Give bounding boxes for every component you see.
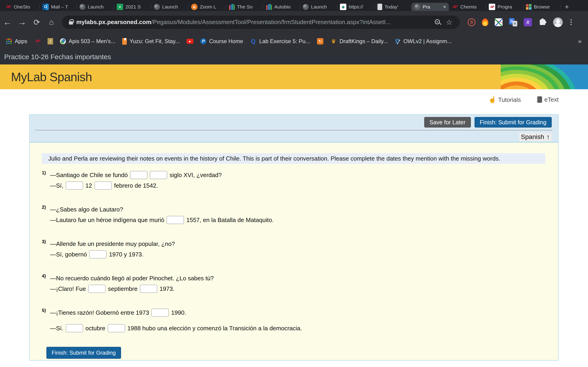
answer-input[interactable] [88,285,106,293]
back-icon[interactable]: ← [0,17,15,27]
bookmark-item[interactable]: J [48,38,53,44]
question-text: —No recuerdo cuándo llegó al poder Pinoc… [50,275,214,282]
ap-icon: AP [451,4,458,10]
browser-tab[interactable]: Autobio [263,3,300,11]
question-text: —Sí, [50,182,63,189]
reload-icon[interactable]: ⟳ [29,18,44,27]
answer-input[interactable] [166,216,184,224]
question-text: —Lautaro fue un héroe indígena que murió [50,217,164,224]
question-2: 2) —¿Sabes algo de Lautaro? —Lautaro fue… [42,204,545,225]
browser-tab[interactable]: Launch [300,3,337,11]
chart-doc-extension-icon[interactable] [495,18,502,26]
save-for-later-button[interactable]: Save for Later [424,117,471,127]
answer-input[interactable] [95,181,112,190]
browser-tab[interactable]: ◆ https:// [337,3,374,11]
hola-flame-extension-icon[interactable] [482,18,488,26]
question-number: 4) [42,273,50,294]
language-label: Spanish [521,133,544,141]
question-text: —¿Sabes algo de Lautaro? [50,206,123,213]
browser-menu-icon[interactable] [571,19,572,25]
browser-tab[interactable]: AP Chemis [449,3,486,11]
forward-icon[interactable]: → [15,17,29,27]
finish-submit-button-top[interactable]: Finish: Submit for Grading [475,117,552,127]
answer-input[interactable] [130,171,147,179]
tab-title: Chemis [460,4,483,10]
stayfocusd-extension-icon[interactable]: S [468,18,476,26]
notebook-icon [377,4,382,10]
bookmark-star-icon[interactable]: ☆ [446,18,452,27]
close-icon[interactable]: × [443,4,446,10]
bookmark-item[interactable]: AP [34,38,41,44]
bookmark-item[interactable]: Yuzu: Get Fit, Stay... [122,38,180,45]
question-number: 5) [42,307,50,334]
question-number: 1) [42,170,50,191]
new-tab-button[interactable]: + [561,3,573,11]
bookmark-item[interactable]: P Course Home [200,38,243,44]
question-text: 1970 y 1973. [109,251,143,258]
bookmark-label: Course Home [209,38,243,44]
profile-avatar[interactable] [553,17,563,27]
browser-tab[interactable]: Today' [374,3,412,11]
browser-tab[interactable]: Browse [523,3,561,11]
question-text: —¡Claro! Fue [50,285,86,292]
browser-tab[interactable]: O Mail – T [40,3,77,11]
google-translate-extension-icon[interactable]: G A [509,18,517,26]
question-3: 3) —Allende fue un presidente muy popula… [42,239,545,260]
owl-icon [395,38,401,44]
j-icon: J [48,38,53,44]
url-path: /Pegasus/Modules/AssessmentTool/Presenta… [151,19,391,25]
finish-submit-button-bottom[interactable]: Finish: Submit for Grading [46,347,121,359]
bookmark-item[interactable]: ♛ DraftKings – Daily... [330,38,388,44]
answer-input[interactable] [66,181,83,190]
tab-title: Autobio [274,4,297,10]
answer-input[interactable] [140,285,157,293]
book-icon [537,96,542,103]
answer-input[interactable] [66,324,83,332]
home-icon[interactable]: ⌂ [44,18,59,27]
globe-icon [303,4,309,10]
bookmarks-overflow-icon[interactable]: » [578,38,582,45]
bookmark-item[interactable]: OWLv2 | Assignm... [395,38,451,44]
assessment-card: Save for Later Finish: Submit for Gradin… [29,114,559,361]
apis-icon [60,38,66,44]
url-bar[interactable]: mylabs.px.pearsoned.com/Pegasus/Modules/… [62,16,460,29]
question-1: 1) —Santiago de Chile se fundó siglo XVI… [42,170,545,191]
answer-input[interactable] [89,250,107,259]
browser-tab[interactable]: AP Progra [486,3,523,11]
etext-link[interactable]: eText [537,96,559,103]
answer-input[interactable] [108,324,125,332]
bookmark-item[interactable]: Apis 503 – Men's... [60,38,115,44]
zoom-indicator-icon[interactable] [435,19,440,24]
tab-title: Launch [88,4,111,10]
h4u-icon [526,4,531,10]
lock-icon [69,21,73,25]
browser-tab[interactable]: B Zoom L [188,3,225,11]
readwrite-extension-icon[interactable]: R [524,18,532,26]
bookmark-item[interactable]: Apps [6,38,27,44]
dk-icon: ♛ [330,38,337,44]
url-domain: mylabs.px.pearsoned.com [76,19,151,25]
bookmark-item[interactable]: ↻ [317,38,323,44]
sync-icon: ↻ [317,38,323,44]
tab-title: Launch [311,4,334,10]
extensions-puzzle-icon[interactable] [540,19,545,25]
browser-tab[interactable]: AP OneSto [2,3,40,11]
browser-tab[interactable]: Launch [151,3,188,11]
answer-input[interactable] [151,309,169,317]
question-5: 5) —¡Tienes razón! Gobernó entre 1973 19… [42,307,545,334]
answer-input[interactable] [150,171,167,179]
decorative-swirl [501,65,588,89]
hand-pointer-icon: ☝ [488,96,496,103]
browser-tab[interactable]: + 2021 S [114,3,151,11]
url-text[interactable]: mylabs.px.pearsoned.com/Pegasus/Modules/… [76,19,432,26]
resource-links-row: ☝Tutorials eText [0,96,588,109]
browser-tab[interactable]: Pra × [412,3,449,11]
bookmark-item[interactable]: Q Lab Exercise 5: Pu... [250,38,310,44]
tutorials-link[interactable]: ☝Tutorials [488,96,521,103]
tab-title: Browse [534,4,558,10]
browser-tab[interactable]: The So [225,3,263,11]
bookmark-item[interactable]: ▶ [187,39,193,44]
browser-tab[interactable]: Launch [77,3,114,11]
globe-icon [79,4,86,10]
language-selector[interactable]: Spanish ↑ [519,133,552,141]
